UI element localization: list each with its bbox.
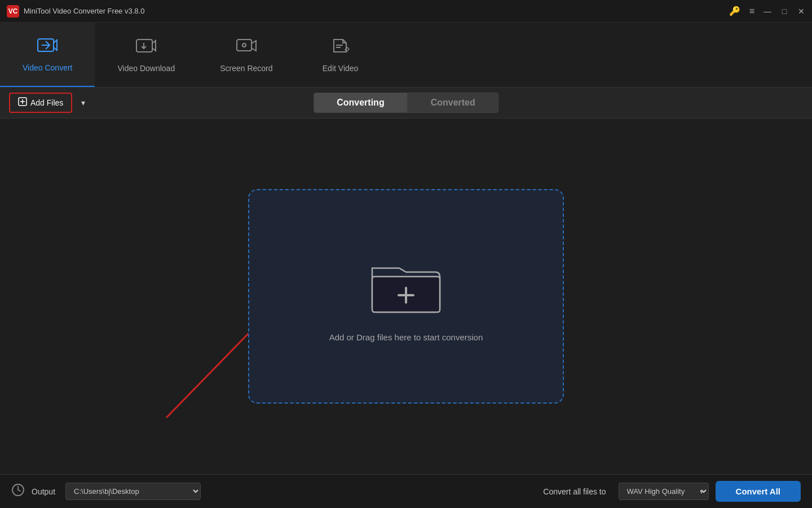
tab-screen-record-label: Screen Record [220,64,272,73]
output-history-icon [11,483,25,500]
footer: Output C:\Users\bj\Desktop Convert all f… [0,474,812,508]
titlebar-controls: 🔑 ≡ — □ ✕ [729,6,805,16]
menu-icon[interactable]: ≡ [749,6,754,16]
app-title: MiniTool Video Converter Free v3.8.0 [24,7,144,15]
convert-all-button[interactable]: Convert All [716,481,801,502]
minimize-button[interactable]: — [764,7,771,15]
svg-point-3 [242,43,246,47]
toolbar: Add Files ▾ Converting Converted [0,87,812,119]
add-files-label: Add Files [30,98,63,107]
maximize-button[interactable]: □ [780,7,788,15]
drop-zone[interactable]: Add or Drag files here to start conversi… [248,189,564,404]
tab-screen-record[interactable]: Screen Record [197,23,295,87]
edit-video-icon [330,37,351,58]
plus-icon [18,97,27,108]
titlebar: VC MiniTool Video Converter Free v3.8.0 … [0,0,812,23]
key-icon[interactable]: 🔑 [729,6,740,16]
titlebar-left: VC MiniTool Video Converter Free v3.8.0 [7,5,144,17]
video-convert-icon [37,37,58,58]
converting-tab[interactable]: Converting [314,93,407,113]
folder-plus-icon [367,251,445,319]
tab-video-convert[interactable]: Video Convert [0,23,95,87]
svg-rect-2 [237,40,251,51]
output-path-select[interactable]: C:\Users\bj\Desktop [65,483,201,500]
main-content: Add or Drag files here to start conversi… [0,119,812,474]
video-download-icon [136,37,156,58]
add-files-button[interactable]: Add Files [9,93,72,113]
output-label: Output [32,487,55,496]
app-logo: VC [7,5,19,17]
format-select[interactable]: WAV High Quality [619,483,709,500]
tab-video-download[interactable]: Video Download [95,23,197,87]
tab-edit-video[interactable]: Edit Video [295,23,386,87]
drop-zone-text: Add or Drag files here to start conversi… [329,332,483,342]
tab-video-convert-label: Video Convert [23,63,72,72]
add-files-dropdown[interactable]: ▾ [77,96,90,110]
screen-record-icon [236,37,257,58]
nav-tabs: Video Convert Video Download Screen Reco… [0,23,812,87]
tab-video-download-label: Video Download [117,64,175,73]
close-button[interactable]: ✕ [797,7,805,15]
tab-edit-video-label: Edit Video [323,64,359,73]
converted-tab[interactable]: Converted [408,93,498,113]
sub-tabs: Converting Converted [314,93,498,113]
convert-all-label: Convert all files to [543,487,606,496]
